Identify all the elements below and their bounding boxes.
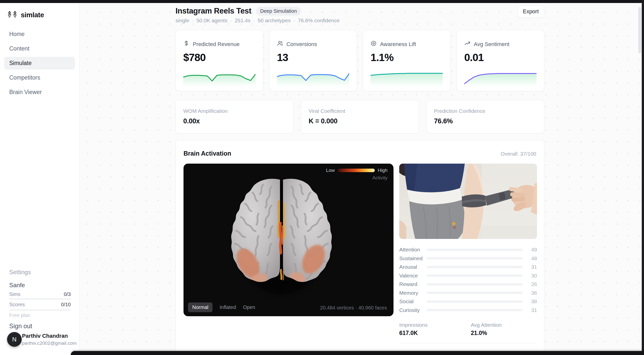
dollar-icon [183, 40, 190, 48]
card-awareness-lift: Awareness Lift 1.1% [363, 30, 450, 91]
avg-attention-label: Avg Attention [471, 322, 502, 328]
mesh-info: 20,484 vertices · 40,960 faces [320, 305, 387, 311]
legend-high-label: High [378, 168, 388, 173]
brain-mode-switcher: Normal Inflated Open [188, 302, 255, 312]
sentiment-sparkline [464, 64, 536, 87]
mode-normal-button[interactable]: Normal [188, 302, 212, 312]
metric-row-sustained: Sustained 48 [399, 254, 537, 263]
brand-logo[interactable]: simlate [8, 11, 44, 20]
video-still [399, 164, 537, 239]
metric-row-arousal: Arousal 31 [399, 263, 537, 271]
conversions-sparkline [277, 64, 349, 87]
card-wom-amplification: WOM Amplification 0.00x [176, 100, 294, 133]
card-predicted-revenue: Predicted Revenue $780 [176, 30, 263, 91]
brain-3d-viewer[interactable]: Low High Activity Normal Inflated Open 2… [184, 164, 394, 316]
brand-dots-icon [8, 11, 18, 20]
metric-label: Avg Sentiment [474, 41, 510, 48]
quota-scores-bar [9, 309, 71, 311]
quota-sims-bar [9, 298, 71, 300]
user-name: Parthiv Chandran [22, 333, 77, 339]
sidebar-item-brain-viewer[interactable]: Brain Viewer [4, 86, 75, 99]
metric-cards-row: Predicted Revenue $780 Conversions 13 Aw… [176, 30, 544, 91]
metric-value: 13 [277, 52, 349, 64]
quota-scores: Scores 0/10 [9, 302, 71, 307]
card-conversions: Conversions 13 [269, 30, 357, 91]
metric-row-attention: Attention 49 [399, 245, 537, 254]
video-preview[interactable] [399, 164, 537, 239]
activity-gradient-bar [338, 169, 375, 172]
user-profile[interactable]: N Parthiv Chandran parthiv.c2002@gmail.c… [8, 332, 74, 346]
sign-out-button[interactable]: Sign out [9, 322, 71, 330]
sidebar-nav: Home Content Simulate Competitors Brain … [4, 28, 75, 100]
target-icon [370, 40, 377, 48]
impressions-value: 617.0K [399, 330, 428, 336]
awareness-sparkline [370, 64, 443, 87]
users-icon [277, 40, 283, 48]
metric-row-reward: Reward 26 [399, 280, 537, 289]
brain-footer-stats: Impressions 617.0K Avg Attention 21.0% [399, 322, 537, 336]
metric-row-valence: Valence 30 [399, 271, 537, 280]
sidebar-item-home[interactable]: Home [4, 28, 75, 41]
sidebar: simlate Home Content Simulate Competitor… [0, 3, 80, 355]
brain-metrics-list: Attention 49 Sustained 48 Arousal 31 [399, 245, 537, 314]
workspace-name: Sanfe [9, 282, 71, 289]
simulation-meta: single· 50.0K agents· 251.4s· 50 archety… [176, 18, 340, 24]
metric-row-memory: Memory 36 [399, 289, 537, 297]
mode-inflated-button[interactable]: Inflated [220, 304, 236, 310]
main-content: Instagram Reels Test Deep Simulation sin… [80, 3, 642, 355]
quota-sims: Sims 0/3 [9, 291, 71, 297]
card-avg-sentiment: Avg Sentiment 0.01 [456, 30, 544, 91]
window-chrome-top [0, 0, 644, 3]
settings-link[interactable]: Settings [9, 269, 71, 276]
window-chrome-bottom [71, 351, 644, 355]
mode-open-button[interactable]: Open [243, 304, 255, 310]
metric-label: Conversions [286, 41, 317, 48]
export-button[interactable]: Export [517, 5, 544, 18]
page-title: Instagram Reels Test [176, 7, 252, 16]
user-email: parthiv.c2002@gmail.com [22, 340, 77, 346]
avg-attention-value: 21.0% [471, 330, 502, 336]
revenue-sparkline [183, 64, 256, 87]
sidebar-item-competitors[interactable]: Competitors [4, 71, 75, 84]
legend-caption: Activity [372, 175, 388, 181]
sidebar-item-content[interactable]: Content [4, 42, 75, 55]
brain-right-column: Attention 49 Sustained 48 Arousal 31 [399, 164, 537, 355]
overall-score: Overall: 37/100 [501, 151, 536, 157]
brain-activation-card: Brain Activation Overall: 37/100 [176, 140, 544, 355]
window-chrome-right [642, 0, 644, 355]
avatar[interactable]: N [8, 332, 21, 346]
card-viral-coefficient: Viral Coefficient K = 0.000 [301, 100, 419, 133]
impressions-label: Impressions [399, 322, 428, 328]
metric-row-social: Social 38 [399, 297, 537, 306]
brain-3d-render[interactable] [184, 164, 394, 316]
metric-label: Predicted Revenue [193, 41, 240, 48]
trend-up-icon [464, 40, 470, 48]
metric-value: 0.01 [464, 52, 536, 64]
simulation-type-badge: Deep Simulation [256, 7, 301, 16]
stat-cards-row: WOM Amplification 0.00x Viral Coefficien… [176, 100, 544, 133]
sidebar-item-simulate[interactable]: Simulate [4, 57, 75, 70]
metric-value: 1.1% [370, 52, 443, 64]
metric-label: Awareness Lift [380, 41, 416, 48]
brain-section-title: Brain Activation [184, 150, 231, 157]
legend-low-label: Low [326, 168, 335, 173]
page-header: Instagram Reels Test Deep Simulation [176, 7, 301, 16]
scrollbar-thumb[interactable] [638, 7, 641, 53]
brand-name: simlate [21, 11, 44, 19]
metric-value: $780 [183, 52, 256, 64]
activity-legend: Low High [326, 168, 388, 173]
divider [399, 343, 537, 343]
card-prediction-confidence: Prediction Confidence 76.6% [426, 100, 544, 133]
metric-row-curiosity: Curiosity 31 [399, 306, 537, 315]
plan-label: Free plan [9, 312, 71, 318]
